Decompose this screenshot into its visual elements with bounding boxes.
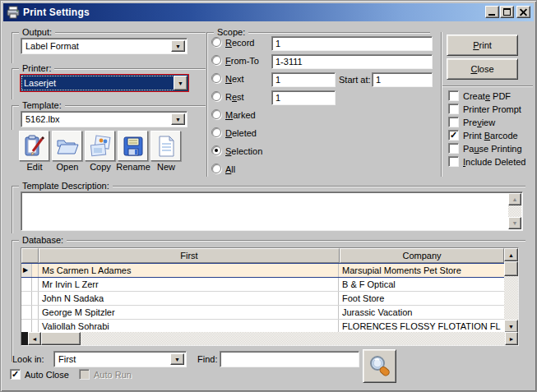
output-dropdown-button[interactable]: ▼ bbox=[171, 40, 185, 52]
column-header-first-label: First bbox=[180, 251, 197, 261]
pause-printing-checkbox[interactable] bbox=[448, 143, 459, 154]
copy-template-button[interactable] bbox=[85, 131, 115, 161]
copy-icon bbox=[88, 134, 113, 159]
scroll-right-icon: ► bbox=[509, 336, 515, 342]
scroll-up-icon: ▲ bbox=[508, 252, 514, 258]
grid-horizontal-scrollbar[interactable]: ◄ ► bbox=[21, 332, 518, 345]
scrollbar-thumb[interactable] bbox=[504, 261, 518, 276]
auto-run-checkbox bbox=[79, 369, 90, 380]
scroll-up-button[interactable]: ▲ bbox=[504, 248, 518, 261]
next-input[interactable] bbox=[271, 72, 336, 87]
radio-marked[interactable] bbox=[211, 109, 221, 119]
rest-input[interactable] bbox=[271, 90, 336, 105]
rename-template-button[interactable] bbox=[118, 131, 148, 161]
start-at-input[interactable] bbox=[372, 72, 433, 87]
include-deleted-checkbox[interactable] bbox=[448, 156, 459, 167]
row-selector-cell[interactable] bbox=[21, 306, 32, 319]
maximize-button[interactable] bbox=[500, 6, 514, 18]
radio-all[interactable] bbox=[211, 164, 221, 173]
output-combobox[interactable]: Label Format ▼ bbox=[21, 38, 187, 54]
copy-button-label: Copy bbox=[82, 162, 118, 172]
column-header-company-label: Company bbox=[402, 251, 441, 261]
cell-company[interactable]: FLORENCES FLOSSY FLOTATION FL bbox=[339, 320, 504, 333]
include-deleted-label: Include Deleted bbox=[463, 157, 525, 167]
cell-first[interactable]: George M Spitzler bbox=[39, 306, 339, 319]
printer-prompt-checkbox[interactable] bbox=[448, 104, 459, 114]
print-barcode-label: Print Barcode bbox=[463, 131, 518, 141]
look-in-dropdown-button[interactable]: ▼ bbox=[170, 353, 184, 365]
template-dropdown-button[interactable]: ▼ bbox=[171, 113, 185, 125]
search-button[interactable] bbox=[363, 349, 396, 383]
close-button[interactable]: Close bbox=[447, 58, 518, 80]
radio-deleted[interactable] bbox=[211, 127, 221, 137]
cell-company[interactable]: Foot Store bbox=[339, 292, 504, 305]
new-template-button[interactable] bbox=[150, 131, 181, 161]
create-pdf-checkbox[interactable] bbox=[448, 90, 459, 101]
row-selector-cell[interactable]: ▶ bbox=[21, 264, 32, 277]
template-group-label: Template: bbox=[19, 100, 65, 111]
preview-checkbox[interactable] bbox=[448, 117, 459, 127]
radio-next[interactable] bbox=[211, 73, 221, 83]
radio-from-to[interactable] bbox=[211, 55, 221, 65]
magnifier-icon bbox=[367, 353, 393, 380]
new-document-icon bbox=[154, 134, 178, 159]
radio-selection[interactable] bbox=[211, 145, 221, 155]
close-window-button[interactable] bbox=[516, 6, 530, 18]
edit-template-button[interactable] bbox=[19, 131, 49, 161]
cell-first[interactable]: Mr Irvin L Zerr bbox=[39, 278, 339, 291]
scroll-down-button[interactable]: ▼ bbox=[508, 217, 521, 229]
cell-company[interactable]: Jurassic Vacation bbox=[339, 306, 504, 319]
print-barcode-checkbox[interactable]: ✓ bbox=[448, 130, 459, 141]
close-icon bbox=[519, 8, 528, 16]
title-bar[interactable]: Print Settings bbox=[3, 3, 534, 21]
scroll-right-button[interactable]: ► bbox=[505, 332, 518, 345]
printer-group-label: Printer: bbox=[19, 63, 54, 74]
table-row[interactable]: John N Sadaka Foot Store bbox=[21, 292, 504, 306]
minimize-button[interactable] bbox=[485, 6, 499, 18]
table-row[interactable]: ▶ Ms Carmen L Adames Marsupial Moments P… bbox=[21, 263, 504, 278]
database-grid[interactable]: First Company ▶ Ms Carmen L Adames Marsu… bbox=[21, 247, 519, 346]
printer-value: Laserjet bbox=[24, 78, 56, 88]
radio-record-label: Record bbox=[225, 38, 254, 48]
scrollbar-thumb[interactable] bbox=[41, 332, 81, 345]
printer-combobox[interactable]: Laserjet ▼ bbox=[20, 74, 189, 92]
radio-rest[interactable] bbox=[211, 91, 221, 101]
template-combobox[interactable]: 5162.lbx ▼ bbox=[21, 111, 187, 127]
edit-button-label: Edit bbox=[16, 162, 53, 172]
scroll-down-button[interactable]: ▼ bbox=[504, 320, 518, 333]
open-template-button[interactable] bbox=[52, 131, 82, 161]
cell-first[interactable]: Ms Carmen L Adames bbox=[39, 264, 339, 277]
description-scrollbar[interactable]: ▲ ▼ bbox=[508, 193, 521, 229]
cell-first[interactable]: John N Sadaka bbox=[39, 292, 339, 305]
table-row[interactable]: Mr Irvin L Zerr B & F Optical bbox=[21, 278, 504, 292]
printer-dropdown-button[interactable]: ▼ bbox=[174, 76, 187, 90]
print-settings-dialog: Print Settings Output: Label Format ▼ Pr… bbox=[0, 0, 537, 392]
row-selector-cell[interactable] bbox=[21, 278, 32, 291]
close-button-label: Close bbox=[470, 64, 493, 74]
auto-close-checkbox[interactable]: ✓ bbox=[10, 369, 21, 380]
table-row[interactable]: George M Spitzler Jurassic Vacation bbox=[21, 306, 504, 320]
find-label: Find: bbox=[197, 354, 217, 364]
print-button[interactable]: Print bbox=[447, 35, 518, 56]
find-input[interactable] bbox=[220, 351, 359, 367]
column-header-company[interactable]: Company bbox=[340, 248, 504, 263]
chevron-down-icon: ▼ bbox=[175, 117, 181, 122]
scroll-up-button[interactable]: ▲ bbox=[508, 193, 521, 205]
column-header-first[interactable]: First bbox=[39, 248, 340, 263]
scroll-left-button[interactable]: ◄ bbox=[28, 332, 41, 345]
cell-company[interactable]: B & F Optical bbox=[339, 278, 504, 291]
scroll-up-icon: ▲ bbox=[512, 196, 518, 202]
row-selector-cell[interactable] bbox=[21, 320, 32, 333]
grid-vertical-scrollbar[interactable]: ▲ ▼ bbox=[504, 248, 518, 333]
database-group-label: Database: bbox=[19, 235, 67, 246]
cell-first[interactable]: Valiollah Sohrabi bbox=[39, 320, 339, 333]
look-in-combobox[interactable]: First ▼ bbox=[53, 351, 187, 367]
printer-icon bbox=[7, 6, 20, 19]
radio-record[interactable] bbox=[211, 37, 221, 47]
template-description-textarea[interactable]: ▲ ▼ bbox=[21, 191, 523, 231]
edit-icon bbox=[22, 134, 47, 159]
row-selector-cell[interactable] bbox=[21, 292, 32, 305]
from-to-input[interactable] bbox=[271, 54, 433, 69]
record-input[interactable] bbox=[271, 36, 433, 51]
cell-company[interactable]: Marsupial Moments Pet Store bbox=[339, 264, 504, 277]
